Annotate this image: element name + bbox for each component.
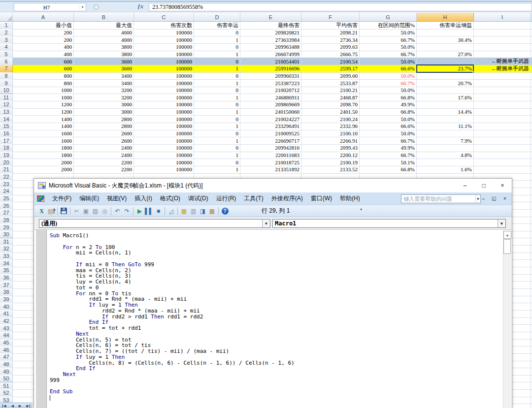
cell-H12[interactable] [417, 101, 474, 109]
cell-G1[interactable]: 在区间的范围% [360, 22, 417, 30]
formula-input[interactable]: 23.7378008569558% [149, 3, 532, 11]
cell-A8[interactable]: 800 [13, 72, 74, 80]
row-header-51[interactable]: 51 [0, 382, 13, 390]
cell-C11[interactable]: 100000 [134, 94, 194, 102]
cell-C17[interactable]: 100000 [134, 137, 194, 145]
vbe-title-bar[interactable]: Microsoft Visual Basic - 火魔灵6帧合1.xlsm - … [34, 179, 512, 192]
cell-I4[interactable] [474, 43, 531, 51]
cell-I20[interactable] [474, 158, 531, 166]
cell-G14[interactable]: 50.0% [360, 115, 417, 123]
cell-H18[interactable] [417, 144, 474, 152]
cell-I11[interactable] [474, 94, 531, 102]
column-header-I[interactable]: I [474, 13, 531, 22]
reset-icon[interactable]: ■ [154, 207, 163, 216]
cell-C10[interactable]: 100000 [134, 87, 194, 94]
cell-C18[interactable]: 100000 [134, 144, 194, 152]
cell-A14[interactable]: 1400 [13, 115, 74, 123]
cell-A6[interactable]: 600 [13, 58, 74, 65]
cell-B18[interactable]: 2400 [74, 144, 134, 152]
child-minimize-button[interactable]: – [479, 194, 487, 202]
procedure-dropdown-icon[interactable]: ▼ [498, 220, 505, 227]
cell-C14[interactable]: 100000 [134, 115, 194, 123]
cell-H4[interactable] [417, 43, 474, 51]
row-header-29[interactable]: 29 [0, 223, 13, 231]
cell-I15[interactable] [474, 123, 531, 130]
cell-A11[interactable]: 1000 [13, 94, 74, 102]
cell-G8[interactable]: 50.0% [360, 72, 417, 80]
cell-F6[interactable]: 2100.54 [301, 58, 360, 65]
cell-G7[interactable]: 66.6% [360, 65, 417, 73]
cell-I14[interactable] [474, 115, 531, 123]
row-header-5[interactable]: 5 [0, 51, 13, 59]
cell-I19[interactable] [474, 152, 531, 159]
row-header-34[interactable]: 34 [0, 259, 13, 267]
cell-G4[interactable]: 50.0% [360, 43, 417, 51]
column-header-D[interactable]: D [194, 13, 240, 22]
cell-F1[interactable]: 平均伤害 [301, 22, 360, 30]
cell-A10[interactable]: 1000 [13, 87, 74, 94]
row-header-35[interactable]: 35 [0, 267, 13, 275]
code-line[interactable]: For nn = 0 To tis [50, 290, 502, 296]
cell-D18[interactable]: 0 [194, 144, 240, 152]
code-line[interactable] [50, 255, 502, 261]
project-explorer-icon[interactable]: ▦ [179, 207, 189, 216]
cell-C20[interactable]: 100000 [134, 158, 194, 166]
column-header-B[interactable]: B [74, 13, 134, 22]
cell-G18[interactable]: 49.9% [360, 144, 417, 152]
cell-D12[interactable]: 0 [194, 101, 240, 109]
cell-E7[interactable]: 259916696 [240, 65, 301, 73]
code-line[interactable]: Next [50, 331, 502, 337]
row-header-44[interactable]: 44 [0, 332, 13, 340]
code-caret-line[interactable] [50, 394, 502, 400]
object-dropdown[interactable]: (通用) ▼ [39, 219, 270, 228]
cell-C16[interactable]: 100000 [134, 130, 194, 138]
cell-G17[interactable]: 66.7% [360, 137, 417, 145]
row-header-42[interactable]: 42 [0, 317, 13, 325]
cell-A21[interactable]: 2000 [13, 166, 74, 174]
cell-D2[interactable]: 0 [194, 29, 240, 37]
cell-B1[interactable]: 最大值 [74, 22, 134, 30]
find-icon[interactable]: ◎ [100, 207, 109, 216]
code-line[interactable]: maa = Cells(n, 2) [50, 267, 502, 273]
cell-G20[interactable]: 50.1% [360, 158, 417, 166]
code-line[interactable]: Sub Macro1() [50, 232, 502, 238]
cell-G15[interactable]: 66.6% [360, 123, 417, 130]
cell-D8[interactable]: 0 [194, 72, 240, 80]
break-icon[interactable]: ▌▌ [144, 207, 154, 216]
scroll-up-icon[interactable]: ▲ [503, 231, 511, 239]
cut-icon[interactable]: ✂ [72, 207, 81, 216]
cell-F17[interactable]: 2266.91 [301, 137, 360, 145]
row-header-52[interactable]: 52 [0, 389, 13, 397]
cell-F13[interactable]: 2401.50 [301, 108, 360, 116]
cell-F16[interactable]: 2100.10 [301, 130, 360, 138]
cell-D19[interactable]: 1 [194, 152, 240, 159]
cell-A13[interactable]: 1200 [13, 108, 74, 116]
column-header-C[interactable]: C [134, 13, 194, 22]
cell-F7[interactable]: 2599.17 [301, 65, 360, 73]
code-line[interactable]: End If [50, 365, 502, 371]
cell-B7[interactable]: 3600 [74, 65, 134, 73]
row-header-25[interactable]: 25 [0, 195, 13, 203]
cell-A7[interactable]: 600 [13, 65, 74, 73]
cell-F14[interactable]: 2100.24 [301, 115, 360, 123]
child-restore-button[interactable]: ◱ [490, 194, 498, 202]
cell-D5[interactable]: 1 [194, 51, 240, 59]
cell-C4[interactable]: 100000 [134, 43, 194, 51]
cell-G10[interactable]: 50.0% [360, 87, 417, 94]
cell-B11[interactable]: 3200 [74, 94, 134, 102]
row-header-14[interactable]: 14 [0, 115, 13, 123]
cell-F2[interactable]: 2098.21 [301, 29, 360, 37]
properties-window-icon[interactable]: ▥ [189, 207, 198, 216]
code-line[interactable]: luy = Cells(n, 4) [50, 279, 502, 284]
cell-B8[interactable]: 3400 [74, 72, 134, 80]
code-line[interactable]: Cells(n, 7) = ((tot / tis) - mii) / (maa… [50, 348, 502, 354]
cell-C6[interactable]: 100000 [134, 58, 194, 65]
column-header-F[interactable]: F [301, 13, 360, 22]
last-sheet-icon[interactable]: ▶ [27, 404, 30, 408]
menu-run[interactable]: 运行(R) [212, 193, 240, 204]
code-line[interactable]: tot = tot + rdd1 [50, 325, 502, 331]
cell-F11[interactable]: 2468.87 [301, 94, 360, 102]
cell-E19[interactable]: 220011683 [240, 152, 301, 159]
view-excel-icon[interactable]: X [37, 207, 46, 216]
cell-F20[interactable]: 2100.19 [301, 158, 360, 166]
